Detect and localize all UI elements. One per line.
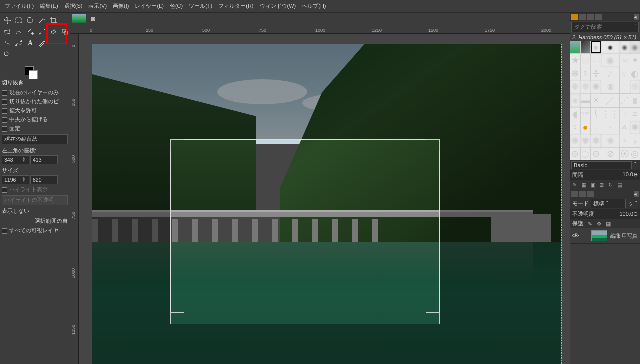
menu-tools[interactable]: ツール(T) bbox=[186, 1, 216, 12]
patterns-tab-icon[interactable] bbox=[580, 14, 586, 20]
brush-item[interactable]: ⁙⁙ bbox=[591, 54, 601, 66]
brush-item[interactable]: ● bbox=[630, 42, 640, 54]
checkbox-all-visible[interactable] bbox=[2, 228, 8, 234]
checkbox-fixed[interactable] bbox=[2, 126, 8, 132]
brush-item[interactable]: ✱ bbox=[630, 122, 640, 134]
brush-item[interactable]: ❉ bbox=[570, 80, 580, 93]
menu-select[interactable]: 選択(S) bbox=[62, 1, 86, 12]
size-h-field[interactable]: 820 bbox=[30, 176, 58, 184]
brush-item[interactable]: ❋ bbox=[570, 134, 580, 147]
brush-item[interactable]: ❀ bbox=[602, 134, 620, 147]
fonts-tab-icon[interactable] bbox=[588, 14, 594, 20]
brush-item[interactable]: ✺ bbox=[591, 80, 601, 93]
menu-windows[interactable]: ウィンドウ(W) bbox=[257, 1, 300, 12]
smudge-tool[interactable] bbox=[2, 38, 13, 49]
delete-brush-icon[interactable]: ⊠ bbox=[600, 182, 606, 188]
brush-item[interactable]: ⁂ bbox=[620, 122, 630, 134]
checkbox-allow-grow[interactable] bbox=[2, 108, 8, 114]
brush-item[interactable]: ⊙ bbox=[591, 148, 601, 160]
lock-alpha-icon[interactable]: ▦ bbox=[606, 221, 612, 227]
warp-tool[interactable] bbox=[14, 26, 24, 38]
open-brush-icon[interactable]: ▤ bbox=[618, 182, 624, 188]
fuzzy-select-tool[interactable] bbox=[36, 15, 48, 26]
brush-item[interactable]: ▓ bbox=[630, 94, 640, 108]
tag-search-field[interactable]: タグで検索˅ bbox=[572, 22, 639, 32]
brush-item[interactable]: ⊛ bbox=[602, 80, 620, 93]
vertical-ruler[interactable]: 0 250 500 750 1000 1250 bbox=[70, 34, 79, 364]
history-tab-icon[interactable] bbox=[596, 14, 602, 20]
brush-item[interactable]: ⦿ bbox=[620, 148, 630, 160]
crop-rectangle[interactable] bbox=[170, 140, 440, 324]
menu-image[interactable]: 画像(I) bbox=[110, 1, 132, 12]
brush-item[interactable]: ░░ bbox=[581, 54, 591, 66]
brush-item[interactable]: ○ bbox=[620, 68, 630, 80]
brush-item[interactable]: ∴ bbox=[591, 122, 601, 134]
checkbox-expand-center[interactable] bbox=[2, 118, 8, 123]
path-tool[interactable] bbox=[14, 38, 24, 49]
brush-item[interactable]: ▬ bbox=[581, 94, 591, 108]
brush-item[interactable]: ≡ bbox=[630, 108, 640, 120]
brush-item[interactable]: ◦ bbox=[620, 134, 630, 147]
crop-handle-tl[interactable] bbox=[170, 140, 184, 152]
brush-item[interactable]: ● bbox=[591, 42, 601, 54]
paintbrush-tool[interactable] bbox=[36, 26, 48, 38]
menu-help[interactable]: ヘルプ(H) bbox=[299, 1, 329, 12]
menu-layer[interactable]: レイヤー(L) bbox=[132, 1, 166, 12]
brush-preset-select[interactable]: Basic, bbox=[572, 162, 632, 170]
brush-item[interactable]: ⊘ bbox=[602, 148, 620, 160]
menu-edit[interactable]: 編集(E) bbox=[37, 1, 62, 12]
brush-item[interactable]: ⁝⁝ bbox=[620, 108, 630, 120]
bucket-tool[interactable] bbox=[25, 26, 36, 38]
zoom-tool[interactable] bbox=[2, 50, 13, 60]
brush-item[interactable]: ░ bbox=[602, 68, 620, 80]
panel-menu-icon[interactable]: ◂ bbox=[634, 14, 639, 20]
brush-item[interactable]: ◖ bbox=[570, 108, 580, 120]
menu-filters[interactable]: フィルター(R) bbox=[216, 1, 256, 12]
brush-item[interactable]: 〰 bbox=[581, 108, 591, 120]
document-tab[interactable]: ⊠ bbox=[70, 13, 570, 25]
brush-item[interactable]: ● bbox=[620, 42, 630, 54]
brush-item[interactable]: · bbox=[602, 122, 620, 134]
pos-x-field[interactable]: 348▲▼ bbox=[2, 156, 30, 164]
brush-item[interactable]: ✦ bbox=[630, 54, 640, 66]
layers-tab-icon[interactable] bbox=[572, 191, 578, 197]
brush-item[interactable]: ✢ bbox=[591, 68, 601, 80]
brush-item[interactable]: ⊚ bbox=[570, 148, 580, 160]
brush-item[interactable]: ● bbox=[570, 94, 580, 108]
brush-item[interactable] bbox=[581, 42, 591, 54]
free-select-tool[interactable] bbox=[25, 15, 36, 26]
brush-item[interactable]: ✾ bbox=[581, 134, 591, 147]
edit-brush-icon[interactable]: ✎ bbox=[572, 182, 578, 188]
brush-item[interactable]: ⋮⋮ bbox=[602, 108, 620, 120]
brush-item[interactable]: ⠿ bbox=[581, 68, 591, 80]
brush-item[interactable] bbox=[570, 42, 580, 54]
lock-pixels-icon[interactable]: ✎ bbox=[588, 221, 594, 227]
brush-item[interactable]: ⋰ bbox=[620, 94, 630, 108]
brush-item[interactable]: ⦚ bbox=[591, 108, 601, 120]
brush-item[interactable]: ／ bbox=[602, 94, 620, 108]
refresh-brush-icon[interactable]: ↻ bbox=[608, 182, 614, 188]
menu-file[interactable]: ファイル(F) bbox=[2, 1, 37, 12]
lock-position-icon[interactable]: ✥ bbox=[597, 221, 603, 227]
menu-view[interactable]: 表示(V) bbox=[86, 1, 110, 12]
spacing-value[interactable]: 10.0⊖ bbox=[623, 172, 638, 179]
color-selector[interactable] bbox=[0, 62, 70, 78]
brush-item[interactable]: ❋ bbox=[570, 68, 580, 80]
canvas[interactable] bbox=[79, 34, 570, 364]
new-brush-icon[interactable]: ▦ bbox=[582, 182, 588, 188]
brush-item[interactable]: ◉ bbox=[602, 54, 620, 66]
pos-y-field[interactable]: 413 bbox=[30, 156, 58, 164]
brush-item[interactable]: ● bbox=[581, 122, 591, 134]
checkbox-current-layer[interactable] bbox=[2, 90, 8, 96]
channels-tab-icon[interactable] bbox=[580, 191, 586, 197]
brush-item[interactable]: ★ bbox=[570, 54, 580, 66]
brush-item[interactable]: ❊ bbox=[630, 80, 640, 93]
brush-item[interactable]: ⠿ bbox=[570, 122, 580, 134]
brush-item[interactable]: ◌ bbox=[581, 148, 591, 160]
text-tool[interactable]: A bbox=[25, 38, 36, 49]
brush-item[interactable]: ✕ bbox=[591, 94, 601, 108]
brush-item[interactable]: ⁛ bbox=[620, 80, 630, 93]
rotate-tool[interactable] bbox=[2, 26, 13, 38]
visibility-toggle-icon[interactable]: 👁 bbox=[572, 232, 580, 240]
checkbox-delete-cropped[interactable] bbox=[2, 100, 8, 105]
